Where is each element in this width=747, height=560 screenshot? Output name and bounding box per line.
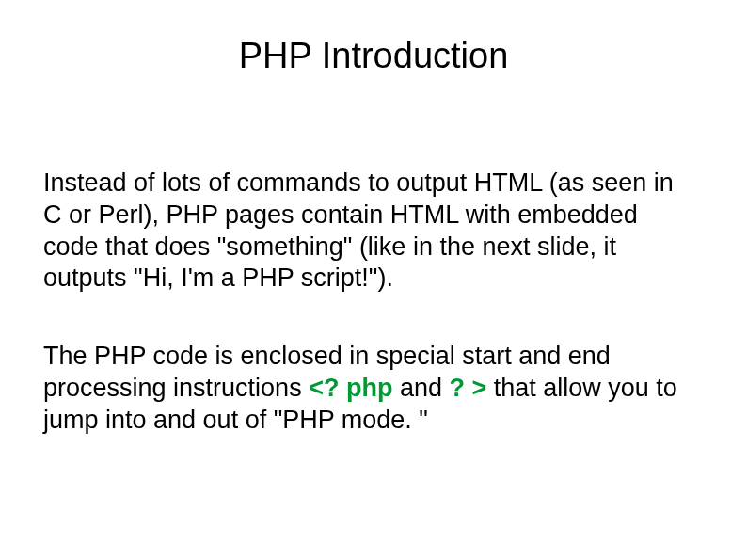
slide-paragraph-2: The PHP code is enclosed in special star… <box>43 341 691 436</box>
php-end-tag: ? > <box>449 374 486 402</box>
slide-paragraph-1: Instead of lots of commands to output HT… <box>43 168 691 295</box>
slide-title: PHP Introduction <box>0 36 747 76</box>
php-start-tag: <? php <box>309 374 392 402</box>
paragraph-2-and: and <box>392 374 449 402</box>
